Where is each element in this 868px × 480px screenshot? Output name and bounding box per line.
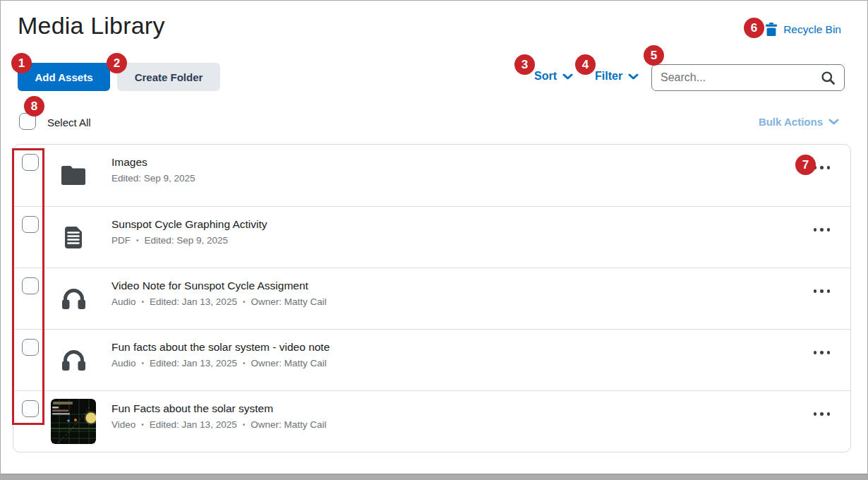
ellipsis-icon <box>820 289 824 293</box>
chevron-down-icon <box>628 73 639 80</box>
meta-text: Edited: Sep 9, 2025 <box>111 173 195 184</box>
create-folder-button[interactable]: Create Folder <box>117 63 220 91</box>
recycle-bin-link[interactable]: Recycle Bin <box>766 23 841 36</box>
meta-text: Owner: Matty Cail <box>251 358 326 368</box>
ellipsis-icon <box>820 412 824 416</box>
meta-separator: • <box>243 359 246 367</box>
recycle-bin-label: Recycle Bin <box>783 23 841 36</box>
bulk-actions-dropdown[interactable]: Bulk Actions <box>759 116 839 128</box>
meta-text: Edited: Jan 13, 2025 <box>150 358 237 368</box>
item-checkbox[interactable] <box>22 339 39 356</box>
meta-separator: • <box>136 236 139 244</box>
list-item: Fun Facts about the solar system Video•E… <box>13 390 850 452</box>
ellipsis-icon <box>814 289 817 293</box>
ellipsis-icon <box>814 412 817 416</box>
meta-text: PDF <box>111 235 131 246</box>
item-meta: Video•Edited: Jan 13, 2025•Owner: Matty … <box>111 419 326 430</box>
meta-text: Owner: Matty Cail <box>251 296 326 307</box>
ellipsis-icon <box>827 351 831 354</box>
item-icon-box <box>50 398 97 445</box>
bulk-actions-label: Bulk Actions <box>759 116 823 128</box>
ellipsis-icon <box>820 166 824 169</box>
ellipsis-icon <box>820 351 824 354</box>
item-title[interactable]: Images <box>111 156 147 169</box>
select-all-label: Select All <box>47 116 91 128</box>
page-title: Media Library <box>18 12 165 40</box>
item-meta: Audio•Edited: Jan 13, 2025•Owner: Matty … <box>111 296 327 307</box>
annotation-badge-3: 3 <box>514 54 535 75</box>
item-title[interactable]: Video Note for Sunspot Cycle Assigment <box>111 280 308 292</box>
meta-text: Video <box>111 419 135 430</box>
ellipsis-icon <box>827 228 831 232</box>
item-icon-box <box>50 214 97 260</box>
annotation-badge-4: 4 <box>575 54 596 75</box>
item-title[interactable]: Sunspot Cycle Graphing Activity <box>111 218 267 231</box>
meta-text: Edited: Sep 9, 2025 <box>145 235 229 246</box>
meta-text: Edited: Jan 13, 2025 <box>150 296 237 307</box>
meta-text: Audio <box>111 296 136 307</box>
item-actions-button[interactable] <box>811 287 833 296</box>
item-actions-button[interactable] <box>811 409 833 419</box>
meta-separator: • <box>243 298 246 306</box>
item-checkbox[interactable] <box>22 216 39 233</box>
asset-list: Images Edited: Sep 9, 2025 Sunspot Cy <box>13 144 851 452</box>
item-actions-button[interactable] <box>811 225 833 234</box>
add-assets-button[interactable]: Add Assets <box>18 63 110 91</box>
item-title[interactable]: Fun facts about the solar system - video… <box>111 341 330 354</box>
annotation-badge-8: 8 <box>24 96 44 116</box>
chevron-down-icon <box>828 119 839 125</box>
annotation-badge-6: 6 <box>744 18 764 38</box>
document-icon <box>65 227 82 248</box>
annotation-badge-1: 1 <box>11 53 32 73</box>
ellipsis-icon <box>827 289 831 293</box>
headphones-icon <box>61 349 86 371</box>
ellipsis-icon <box>827 166 831 169</box>
search-input[interactable] <box>661 71 821 84</box>
item-meta: Edited: Sep 9, 2025 <box>111 173 195 184</box>
sort-dropdown[interactable]: Sort <box>534 70 573 83</box>
item-icon-box <box>50 152 97 198</box>
item-icon-box <box>50 275 97 322</box>
list-item: Video Note for Sunspot Cycle Assigment A… <box>13 268 850 329</box>
item-actions-button[interactable] <box>811 348 833 357</box>
trash-icon <box>766 23 777 36</box>
meta-separator: • <box>142 298 145 306</box>
folder-icon <box>61 166 85 185</box>
window-bottom-edge <box>1 474 867 479</box>
headphones-icon <box>61 287 86 310</box>
filter-label: Filter <box>595 70 622 83</box>
list-item: Sunspot Cycle Graphing Activity PDF•Edit… <box>13 206 850 268</box>
item-meta: Audio•Edited: Jan 13, 2025•Owner: Matty … <box>111 358 327 368</box>
meta-text: Edited: Jan 13, 2025 <box>150 419 237 430</box>
meta-text: Owner: Matty Cail <box>251 419 326 430</box>
meta-separator: • <box>142 359 145 367</box>
annotation-badge-7: 7 <box>795 155 816 175</box>
item-checkbox[interactable] <box>22 154 39 171</box>
item-checkbox[interactable] <box>22 400 39 417</box>
sort-label: Sort <box>534 70 557 83</box>
list-item: Fun facts about the solar system - video… <box>13 329 850 390</box>
item-meta: PDF•Edited: Sep 9, 2025 <box>111 235 228 246</box>
filter-dropdown[interactable]: Filter <box>595 70 639 83</box>
meta-text: Audio <box>111 358 136 368</box>
ellipsis-icon <box>820 228 824 232</box>
annotation-badge-2: 2 <box>107 53 127 73</box>
annotation-badge-5: 5 <box>644 45 664 66</box>
media-library-screen: Media Library Recycle Bin Add Assets Cre… <box>0 0 868 480</box>
magnifier-icon[interactable] <box>821 71 836 85</box>
item-icon-box <box>50 337 97 383</box>
meta-separator: • <box>243 421 246 428</box>
ellipsis-icon <box>827 412 831 416</box>
chevron-down-icon <box>562 73 573 80</box>
video-thumbnail <box>51 399 96 444</box>
list-item: Images Edited: Sep 9, 2025 <box>13 145 850 206</box>
item-title[interactable]: Fun Facts about the solar system <box>111 402 273 415</box>
search-box <box>651 64 845 91</box>
ellipsis-icon <box>814 351 817 354</box>
item-checkbox[interactable] <box>22 277 39 294</box>
meta-separator: • <box>141 421 144 428</box>
ellipsis-icon <box>814 228 817 232</box>
